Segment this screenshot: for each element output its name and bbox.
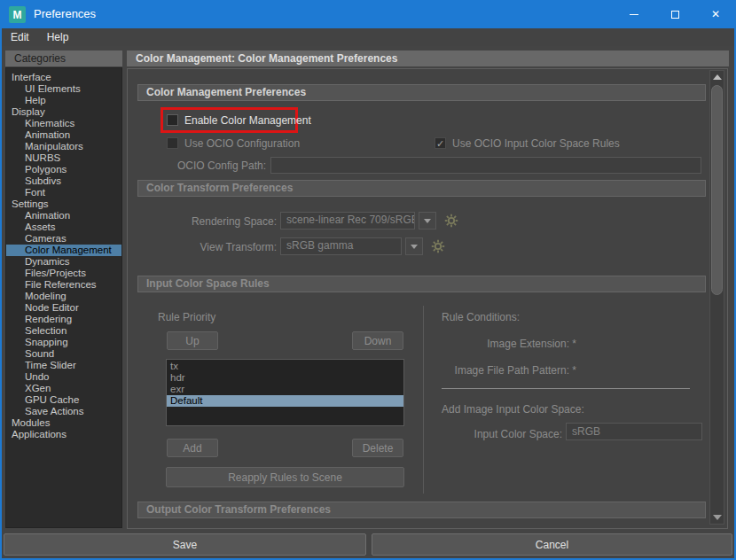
sidebar-item-assets[interactable]: Assets	[6, 222, 121, 233]
view-transform-label: View Transform:	[153, 241, 277, 253]
add-image-input-color-space-label: Add Image Input Color Space:	[442, 403, 584, 416]
use-ocio-configuration-checkbox[interactable]	[167, 137, 178, 149]
sidebar-item-save-actions[interactable]: Save Actions	[6, 406, 121, 417]
use-ocio-input-rules-checkbox[interactable]: ✓	[435, 137, 446, 149]
sidebar-item-node-editor[interactable]: Node Editor	[6, 302, 121, 314]
sidebar-item-time-slider[interactable]: Time Slider	[6, 360, 121, 371]
sidebar-item-selection[interactable]: Selection	[6, 325, 121, 337]
menubar: Edit Help	[2, 28, 734, 46]
sidebar-item-modeling[interactable]: Modeling	[6, 291, 121, 302]
sidebar-item-snapping[interactable]: Snapping	[6, 337, 121, 348]
sidebar-item-ui-elements[interactable]: UI Elements	[6, 83, 121, 95]
view-transform-dropdown-button[interactable]	[405, 237, 423, 255]
page-title: Color Management: Color Management Prefe…	[127, 51, 729, 66]
sidebar-item-polygons[interactable]: Polygons	[6, 164, 121, 175]
sidebar-item-color-management[interactable]: Color Management	[6, 245, 121, 256]
rule-item-exr[interactable]: exr	[167, 384, 403, 395]
view-transform-dropdown[interactable]: sRGB gamma	[280, 237, 402, 255]
window-controls: ✕	[614, 0, 736, 28]
sidebar-item-kinematics[interactable]: Kinematics	[6, 118, 121, 129]
sidebar-item-xgen[interactable]: XGen	[6, 383, 121, 394]
sidebar-item-sound[interactable]: Sound	[6, 348, 121, 360]
scroll-up-button[interactable]	[709, 70, 724, 84]
ocio-config-path-label: OCIO Config Path:	[142, 159, 266, 172]
categories-header: Categories	[5, 51, 122, 66]
maximize-icon	[671, 11, 679, 19]
section-output-color-transform-preferences[interactable]: Output Color Transform Preferences	[137, 502, 706, 518]
sidebar-item-files-projects[interactable]: Files/Projects	[6, 268, 121, 279]
rule-item-default[interactable]: Default	[167, 395, 403, 407]
input-color-space-field[interactable]: sRGB	[566, 423, 702, 440]
menu-help[interactable]: Help	[38, 28, 78, 46]
section-color-management-preferences[interactable]: Color Management Preferences	[137, 84, 706, 101]
enable-color-management-checkbox[interactable]	[167, 114, 178, 126]
sidebar-item-settings[interactable]: Settings	[6, 198, 121, 210]
sidebar-item-undo[interactable]: Undo	[6, 371, 121, 383]
close-button[interactable]: ✕	[695, 0, 736, 28]
sidebar-item-help[interactable]: Help	[6, 95, 121, 106]
rendering-space-gear-icon[interactable]	[444, 214, 458, 228]
window-border-left	[0, 28, 2, 560]
ocio-config-path-field[interactable]	[270, 157, 701, 174]
sidebar-item-font[interactable]: Font	[6, 187, 121, 198]
maya-logo-icon: M	[9, 6, 26, 23]
section-color-transform-preferences[interactable]: Color Transform Preferences	[137, 180, 706, 197]
sidebar-item-modules[interactable]: Modules	[6, 417, 121, 429]
triangle-up-icon	[713, 74, 722, 80]
sidebar-item-display[interactable]: Display	[6, 106, 121, 118]
minimize-icon	[630, 14, 638, 15]
scroll-down-button[interactable]	[709, 510, 724, 525]
cancel-button[interactable]: Cancel	[372, 533, 732, 556]
rule-conditions-label: Rule Conditions:	[442, 311, 520, 323]
image-file-path-pattern-label: Image File Path Pattern: *	[417, 364, 576, 377]
rendering-space-dropdown[interactable]: scene-linear Rec 709/sRGB	[280, 212, 415, 229]
sidebar-item-applications[interactable]: Applications	[6, 429, 121, 440]
maximize-button[interactable]	[654, 0, 695, 28]
menu-edit[interactable]: Edit	[2, 28, 38, 46]
rule-delete-button[interactable]: Delete	[352, 439, 403, 457]
sidebar-item-interface[interactable]: Interface	[6, 72, 121, 83]
minimize-button[interactable]	[614, 0, 654, 28]
titlebar[interactable]: M Preferences ✕	[0, 0, 736, 28]
view-transform-gear-icon[interactable]	[431, 239, 445, 253]
rule-priority-label: Rule Priority	[158, 311, 215, 323]
window-title: Preferences	[34, 0, 96, 28]
sidebar-item-file-references[interactable]: File References	[6, 279, 121, 291]
sidebar-item-subdivs[interactable]: Subdivs	[6, 175, 121, 187]
sidebar-item-nurbs[interactable]: NURBS	[6, 152, 121, 164]
rendering-space-label: Rendering Space:	[153, 215, 277, 228]
chevron-down-icon	[411, 245, 418, 249]
sidebar-item-animation[interactable]: Animation	[6, 210, 121, 222]
sidebar-item-rendering[interactable]: Rendering	[6, 314, 121, 325]
section-input-color-space-rules[interactable]: Input Color Space Rules	[137, 276, 706, 292]
rule-item-tx[interactable]: tx	[167, 361, 403, 372]
use-ocio-input-rules-label: Use OCIO Input Color Space Rules	[452, 137, 620, 150]
chevron-down-icon	[424, 219, 431, 223]
sidebar-item-dynamics[interactable]: Dynamics	[6, 256, 121, 268]
use-ocio-configuration-label: Use OCIO Configuration	[184, 137, 300, 150]
triangle-down-icon	[713, 515, 722, 520]
sidebar-item-animation[interactable]: Animation	[6, 129, 121, 141]
image-extension-label: Image Extension: *	[435, 338, 576, 350]
close-icon: ✕	[711, 9, 720, 19]
scrollbar-thumb[interactable]	[711, 85, 723, 295]
sidebar-item-cameras[interactable]: Cameras	[6, 233, 121, 245]
column-divider	[423, 306, 424, 494]
reapply-rules-button[interactable]: Reapply Rules to Scene	[166, 467, 404, 487]
input-color-space-label: Input Color Space:	[438, 428, 562, 440]
rule-priority-list: txhdrexrDefault	[166, 359, 404, 426]
conditions-separator	[442, 388, 690, 389]
rule-up-button[interactable]: Up	[167, 331, 218, 350]
sidebar-item-manipulators[interactable]: Manipulators	[6, 141, 121, 152]
rule-item-hdr[interactable]: hdr	[167, 372, 403, 384]
category-list: InterfaceUI ElementsHelpDisplayKinematic…	[5, 67, 122, 528]
sidebar-item-gpu-cache[interactable]: GPU Cache	[6, 394, 121, 406]
enable-color-management-label: Enable Color Management	[184, 114, 311, 127]
save-button[interactable]: Save	[4, 533, 366, 556]
rule-add-button[interactable]: Add	[167, 439, 218, 457]
rule-down-button[interactable]: Down	[352, 331, 403, 350]
rendering-space-dropdown-button[interactable]	[419, 212, 436, 229]
